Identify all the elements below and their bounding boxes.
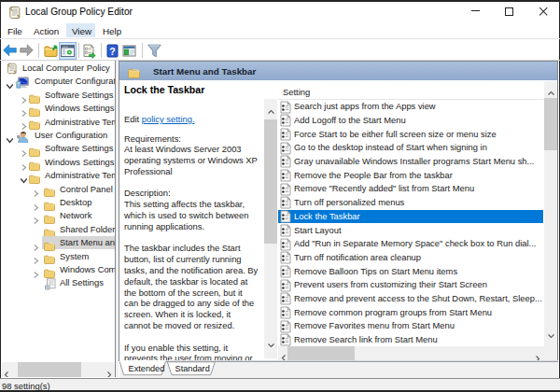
svg-text:?: ?: [109, 46, 115, 57]
